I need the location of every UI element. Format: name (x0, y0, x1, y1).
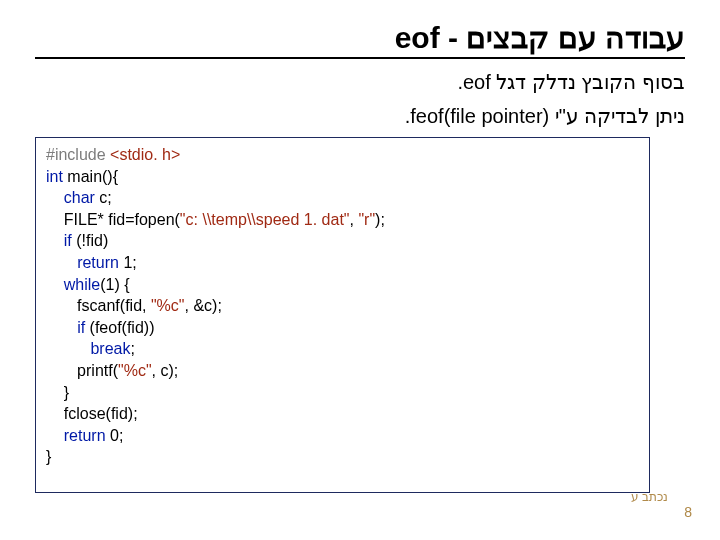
title-underline (35, 57, 685, 59)
code-text: FILE* fid=fopen( (46, 211, 180, 228)
code-text: 1; (123, 254, 136, 271)
code-text: fscanf(fid, (46, 297, 151, 314)
code-string: "%c" (151, 297, 185, 314)
slide: עבודה עם קבצים - eof בסוף הקובץ נדלק דגל… (0, 0, 720, 540)
code-preproc: #include (46, 146, 110, 163)
code-indent (46, 319, 77, 336)
code-text: (1) { (100, 276, 129, 293)
code-indent (46, 254, 77, 271)
code-kw-if: if (77, 319, 89, 336)
code-text: ; (130, 340, 134, 357)
code-text: printf( (46, 362, 118, 379)
code-kw-int: int (46, 168, 63, 185)
code-indent (46, 189, 64, 206)
code-text: (feof(fid)) (90, 319, 155, 336)
code-string: "c: \\temp\\speed 1. dat" (180, 211, 350, 228)
code-text: c; (99, 189, 111, 206)
credit-text: נכתב ע (631, 490, 668, 504)
code-kw-char: char (64, 189, 100, 206)
code-text: } (46, 384, 69, 401)
code-string: "r" (358, 211, 375, 228)
code-indent (46, 276, 64, 293)
description-line-2: ניתן לבדיקה ע"י (feof(file pointer. (35, 103, 685, 129)
code-kw-return: return (64, 427, 110, 444)
code-text: 0; (110, 427, 123, 444)
code-indent (46, 232, 64, 249)
code-block: #include <stdio. h> int main(){ char c; … (35, 137, 650, 493)
slide-title: עבודה עם קבצים - eof (35, 20, 685, 55)
code-kw-while: while (64, 276, 100, 293)
code-text: main(){ (63, 168, 118, 185)
code-string: "%c" (118, 362, 152, 379)
code-include-file: <stdio. h> (110, 146, 180, 163)
code-text: , c); (152, 362, 179, 379)
code-text: ); (375, 211, 385, 228)
code-text: , &c); (185, 297, 222, 314)
code-indent (46, 427, 64, 444)
code-kw-break: break (90, 340, 130, 357)
code-text: (!fid) (76, 232, 108, 249)
code-kw-return: return (77, 254, 123, 271)
description-line-1: בסוף הקובץ נדלק דגל eof. (35, 69, 685, 95)
code-text: } (46, 448, 51, 465)
code-kw-if: if (64, 232, 76, 249)
page-number: 8 (684, 504, 692, 520)
code-text: fclose(fid); (46, 405, 138, 422)
code-indent (46, 340, 90, 357)
